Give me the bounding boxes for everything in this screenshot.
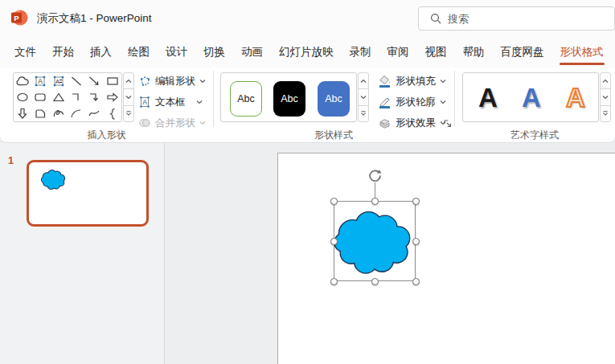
textbox-vertical-icon: A (33, 75, 47, 88)
shape-outline-button[interactable]: 形状轮廓 (376, 93, 448, 111)
shape-rounded-rectangle[interactable] (31, 89, 49, 105)
scroll-down-button[interactable] (123, 88, 134, 105)
scroll-up-button[interactable] (600, 72, 611, 89)
shape-down-arrow[interactable] (14, 105, 31, 121)
text-box-label: 文本框 (155, 96, 186, 109)
tab-review[interactable]: 审阅 (379, 36, 417, 67)
resize-handle-e[interactable] (412, 238, 420, 245)
workspace: 1 (0, 143, 615, 364)
ribbon: A A (0, 67, 615, 143)
ribbon-tab-row: 文件 开始 插入 绘图 设计 切换 动画 幻灯片放映 录制 审阅 视图 帮助 百… (0, 36, 615, 67)
app-title: 演示文稿1 - PowerPoint (37, 11, 152, 26)
svg-text:A: A (39, 77, 43, 85)
tab-record[interactable]: 录制 (342, 36, 379, 67)
chevron-down-icon (199, 121, 206, 125)
shape-textbox-vertical[interactable]: A (31, 73, 49, 89)
wordart-preview-1[interactable]: A (469, 80, 506, 117)
edit-shape-button[interactable]: 编辑形状 (137, 72, 207, 90)
search-input[interactable] (448, 13, 584, 25)
resize-handle-ne[interactable] (412, 198, 420, 205)
shape-left-brace[interactable] (104, 105, 121, 121)
scribble-icon (51, 107, 66, 120)
tab-baidu-netdisk[interactable]: 百度网盘 (493, 36, 552, 67)
rounded-rectangle-icon (33, 91, 47, 104)
shape-textbox-horizontal[interactable]: A (50, 73, 68, 89)
shape-curve[interactable] (85, 105, 103, 121)
shape-style-preview-2[interactable]: Abc (273, 81, 305, 117)
shape-freeform[interactable] (31, 105, 49, 121)
merge-shapes-label: 合并形状 (155, 117, 195, 130)
group-divider (454, 71, 455, 127)
wordart-scrollbar (600, 72, 611, 122)
arc-icon (69, 107, 84, 120)
svg-text:A: A (55, 78, 59, 85)
shape-scribble[interactable] (50, 105, 68, 121)
gallery-more-button[interactable] (358, 105, 369, 122)
curve-icon (87, 107, 101, 120)
shape-fill-icon (378, 75, 392, 88)
shape-fill-label: 形状填充 (396, 75, 436, 88)
powerpoint-logo: P (10, 9, 28, 27)
wordart-preview-2[interactable]: A (513, 80, 550, 117)
shape-rectangle[interactable] (104, 73, 121, 89)
text-box-button[interactable]: A 文本框 (137, 93, 204, 111)
tab-help[interactable]: 帮助 (455, 36, 493, 67)
tab-slideshow[interactable]: 幻灯片放映 (271, 36, 342, 67)
shape-line[interactable] (68, 73, 85, 89)
wordart-gallery: A A A (462, 72, 599, 122)
slide-canvas[interactable] (277, 153, 615, 364)
shape-elbow-connector[interactable] (68, 89, 85, 105)
scroll-up-button[interactable] (123, 72, 134, 89)
rotate-handle-icon[interactable] (367, 168, 383, 183)
tab-transitions[interactable]: 切换 (195, 36, 233, 67)
shape-oval[interactable] (14, 89, 31, 105)
slide-number: 1 (8, 155, 14, 166)
shape-style-preview-1[interactable]: Abc (230, 81, 262, 117)
shape-triangle[interactable] (50, 89, 68, 105)
tab-view[interactable]: 视图 (417, 36, 455, 67)
resize-handle-s[interactable] (371, 278, 379, 285)
left-brace-icon (105, 107, 120, 120)
tab-file[interactable]: 文件 (6, 36, 44, 67)
scroll-down-button[interactable] (358, 88, 369, 105)
shape-line-arrow[interactable] (85, 73, 103, 89)
slide-thumbnail[interactable] (27, 160, 149, 227)
search-box[interactable] (418, 6, 615, 31)
textbox-horizontal-icon: A (51, 75, 66, 88)
shape-outline-label: 形状轮廓 (396, 96, 436, 109)
shape-cloud[interactable] (14, 73, 31, 89)
resize-handle-n[interactable] (371, 198, 379, 205)
gallery-more-button[interactable] (600, 105, 611, 122)
shape-arc[interactable] (68, 105, 85, 121)
chevron-up-icon (602, 79, 609, 84)
tab-design[interactable]: 设计 (158, 36, 195, 67)
oval-icon (15, 91, 30, 104)
shape-effects-icon (378, 117, 392, 130)
tab-home[interactable]: 开始 (44, 36, 82, 67)
chevron-down-icon (196, 100, 203, 104)
resize-handle-w[interactable] (330, 238, 338, 245)
resize-handle-se[interactable] (412, 278, 420, 285)
resize-handle-nw[interactable] (330, 198, 338, 205)
chevron-down-icon (440, 100, 446, 104)
edit-shape-icon (138, 75, 151, 88)
gallery-more-button[interactable] (123, 105, 134, 122)
selection-box (334, 201, 416, 281)
insert-shapes-group-label: 插入形状 (0, 129, 213, 141)
tab-shape-format[interactable]: 形状格式 (552, 36, 612, 67)
edit-shape-label: 编辑形状 (155, 75, 195, 88)
tab-draw[interactable]: 绘图 (120, 36, 158, 67)
shape-elbow-arrow-connector[interactable] (85, 89, 103, 105)
shape-fill-button[interactable]: 形状填充 (376, 72, 448, 90)
wordart-preview-3[interactable]: A (557, 80, 594, 117)
shape-right-arrow[interactable] (104, 89, 121, 105)
scroll-up-button[interactable] (358, 72, 369, 89)
insert-shapes-gallery: A A (13, 72, 122, 122)
dialog-launcher-icon[interactable] (443, 119, 453, 129)
resize-handle-sw[interactable] (330, 278, 338, 285)
tab-animations[interactable]: 动画 (233, 36, 271, 67)
gallery-more-icon (360, 111, 367, 116)
scroll-down-button[interactable] (600, 88, 611, 105)
shape-style-preview-3[interactable]: Abc (318, 81, 350, 117)
tab-insert[interactable]: 插入 (82, 36, 120, 67)
